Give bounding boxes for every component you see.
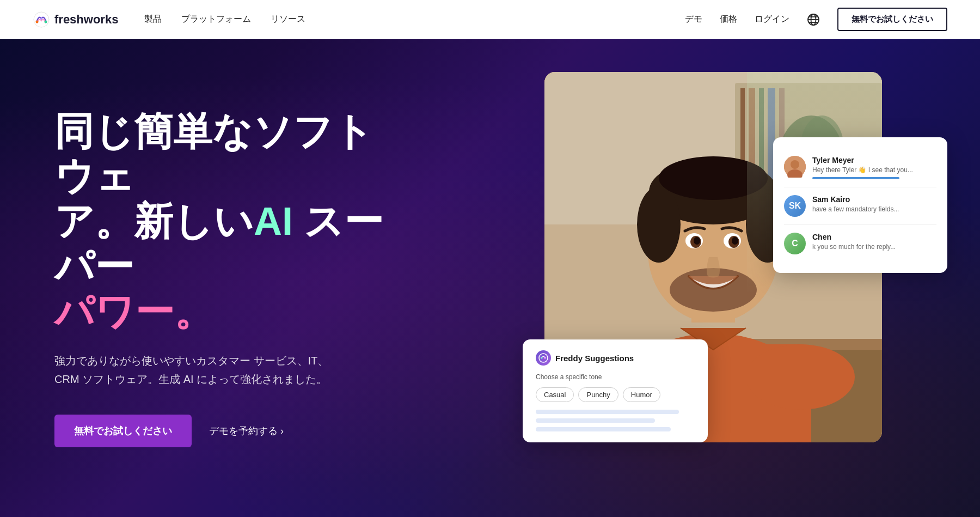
tone-btn-casual[interactable]: Casual: [536, 387, 574, 402]
chat-item-chen[interactable]: C Chen k you so much for the reply...: [784, 225, 936, 262]
hero-title: 同じ簡単なソフトウェ ア。新しいAI スーパー パワー。: [54, 109, 392, 334]
svg-point-43: [541, 357, 543, 359]
nav-item-resources[interactable]: リソース: [271, 14, 305, 25]
freddy-line-2: [536, 418, 655, 423]
chat-item-tyler[interactable]: Tyler Meyer Hey there Tyler 👋 I see that…: [784, 148, 936, 187]
nav-right: デモ 価格 ログイン 無料でお試しください: [685, 8, 947, 31]
chat-content-tyler: Tyler Meyer Hey there Tyler 👋 I see that…: [812, 156, 936, 179]
chat-preview-sam: have a few mandatory fields...: [812, 205, 936, 213]
hero-subtitle: 強力でありながら使いやすいカスタマー サービス、IT、CRM ソフトウェア。生成…: [54, 351, 381, 388]
svg-point-29: [659, 156, 768, 200]
avatar-chen: C: [784, 233, 806, 254]
hero-section: 同じ簡単なソフトウェ ア。新しいAI スーパー パワー。 強力でありながら使いや…: [0, 39, 980, 517]
nav-cta-button[interactable]: 無料でお試しください: [837, 8, 947, 31]
globe-icon[interactable]: [807, 13, 820, 26]
avatar-tyler: [784, 156, 806, 178]
svg-point-35: [694, 237, 700, 245]
freddy-icon: [536, 350, 551, 366]
tone-btn-punchy[interactable]: Punchy: [578, 387, 618, 402]
svg-point-2: [40, 17, 42, 20]
svg-rect-14: [759, 88, 764, 186]
hero-cta-secondary[interactable]: デモを予約する ›: [209, 424, 284, 437]
logo-area[interactable]: freshworks: [33, 11, 118, 28]
hero-right: Tyler Meyer Hey there Tyler 👋 I see that…: [523, 72, 947, 486]
freddy-line-3: [536, 427, 671, 431]
hero-left: 同じ簡単なソフトウェ ア。新しいAI スーパー パワー。 強力でありながら使いや…: [0, 109, 392, 448]
hero-cta-primary[interactable]: 無料でお試しください: [54, 415, 192, 447]
nav-left: 製品 プラットフォーム リソース: [144, 14, 305, 25]
freddy-suggestion-lines: [536, 410, 695, 431]
nav-item-demo[interactable]: デモ: [685, 14, 702, 25]
chat-progress-tyler: [812, 177, 899, 179]
avatar-sam: SK: [784, 195, 806, 217]
nav-item-products[interactable]: 製品: [144, 14, 162, 25]
freddy-tone-label: Choose a specific tone: [536, 373, 695, 381]
svg-point-27: [637, 186, 681, 263]
navbar: freshworks 製品 プラットフォーム リソース デモ 価格 ログイン 無…: [0, 0, 980, 39]
chat-content-sam: Sam Kairo have a few mandatory fields...: [812, 195, 936, 213]
chat-name-sam: Sam Kairo: [812, 195, 936, 204]
chat-name-chen: Chen: [812, 233, 936, 241]
hero-buttons: 無料でお試しください デモを予約する ›: [54, 415, 392, 447]
freddy-line-1: [536, 410, 679, 414]
freddy-card: Freddy Suggestions Choose a specific ton…: [523, 339, 708, 442]
chat-name-tyler: Tyler Meyer: [812, 156, 936, 165]
freddy-header: Freddy Suggestions: [536, 350, 695, 366]
hero-title-line2-prefix: ア。新しい: [54, 199, 254, 243]
tyler-avatar-img: [784, 156, 806, 178]
chat-content-chen: Chen k you so much for the reply...: [812, 233, 936, 251]
chat-preview-chen: k you so much for the reply...: [812, 243, 936, 251]
nav-item-platform[interactable]: プラットフォーム: [181, 14, 251, 25]
tone-buttons: Casual Punchy Humor: [536, 387, 695, 402]
chat-card: Tyler Meyer Hey there Tyler 👋 I see that…: [773, 137, 947, 273]
tone-btn-humor[interactable]: Humor: [623, 387, 660, 402]
nav-item-login[interactable]: ログイン: [755, 14, 789, 25]
svg-point-36: [732, 237, 738, 245]
svg-rect-13: [749, 88, 755, 186]
logo-text: freshworks: [54, 13, 118, 27]
freddy-logo-svg: [538, 353, 548, 363]
chat-item-sam[interactable]: SK Sam Kairo have a few mandatory fields…: [784, 187, 936, 225]
chat-preview-tyler: Hey there Tyler 👋 I see that you...: [812, 166, 936, 174]
hero-title-power: パワー。: [54, 290, 213, 333]
svg-point-44: [544, 357, 546, 359]
svg-point-42: [539, 354, 548, 362]
svg-point-1: [36, 20, 39, 23]
svg-point-3: [45, 20, 47, 23]
freddy-title: Freddy Suggestions: [555, 354, 634, 363]
nav-item-pricing[interactable]: 価格: [720, 14, 737, 25]
svg-point-38: [746, 344, 855, 410]
hero-title-line1: 同じ簡単なソフトウェ: [54, 110, 373, 198]
svg-point-40: [791, 160, 799, 169]
hero-title-ai: AI: [254, 199, 293, 243]
freshworks-logo-icon: [33, 11, 50, 28]
